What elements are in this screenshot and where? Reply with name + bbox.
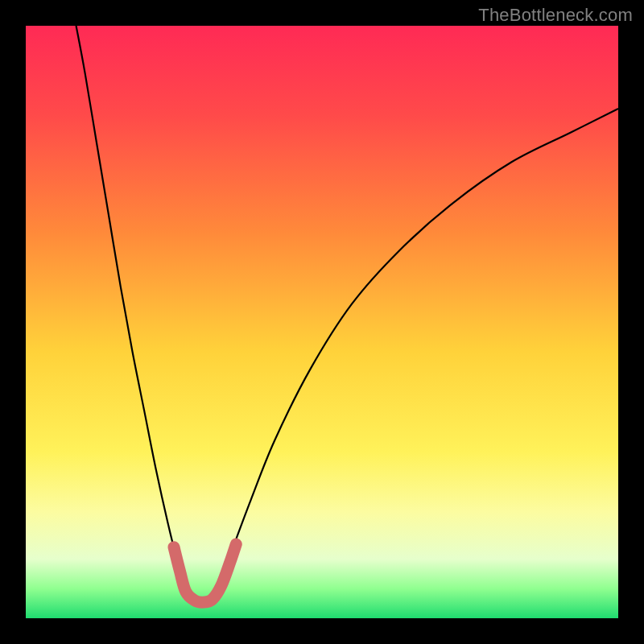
gradient-background bbox=[26, 26, 618, 618]
watermark-text: TheBottleneck.com bbox=[478, 5, 633, 26]
bottleneck-chart bbox=[0, 0, 644, 644]
chart-stage: TheBottleneck.com bbox=[0, 0, 644, 644]
